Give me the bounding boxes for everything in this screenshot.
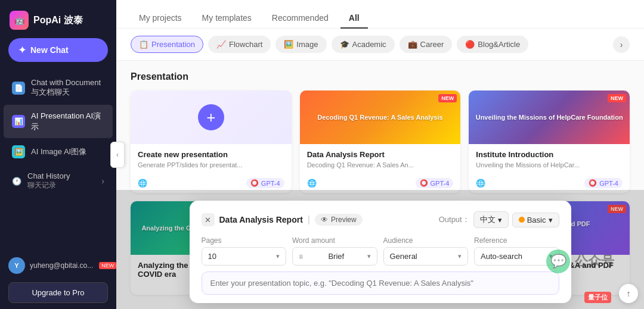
card-title-data: Data Analysis Report [307, 150, 454, 159]
image-icon: 🖼️ [12, 145, 25, 158]
sidebar-footer: Y yuheng@qbitai.co... NEW 🔵 🟢 Upgrade to… [0, 248, 116, 309]
sidebar-item-image-label: AI Image AI图像 [31, 146, 86, 157]
cat-career-label: Career [420, 40, 444, 49]
history-left: 🕐 Chat History 聊天记录 [12, 171, 70, 191]
card-data-analysis[interactable]: Decoding Q1 Revenue: A Sales Analysis NE… [300, 90, 461, 193]
modal-close-button[interactable]: ✕ [202, 213, 215, 226]
section-title: Presentation [131, 71, 630, 82]
document-icon: 📄 [12, 82, 25, 95]
pages-value: 10 [208, 252, 216, 261]
modal-panel: ✕ Data Analysis Report | 👁 Preview Outpu… [190, 201, 571, 303]
output-select[interactable]: 中文 ▾ [473, 211, 509, 228]
category-chevron-right[interactable]: › [613, 36, 630, 53]
modal-preview-button[interactable]: 👁 Preview [315, 214, 363, 226]
modal-header-right: Output： 中文 ▾ Basic ▾ [439, 211, 559, 228]
sidebar-collapse-button[interactable]: ‹ [110, 142, 125, 168]
cat-academic[interactable]: 🎓 Academic [332, 36, 395, 53]
user-email: yuheng@qbitai.co... [30, 261, 93, 270]
preview-label: Preview [331, 216, 357, 224]
pages-select[interactable]: 10 ▾ [202, 247, 287, 266]
history-label: Chat History [27, 171, 70, 180]
tab-recommended[interactable]: Recommended [264, 8, 337, 29]
globe-badge-institute: 🌐 [476, 179, 485, 188]
tab-my-projects[interactable]: My projects [131, 8, 190, 29]
card-title-institute: Institute Introduction [476, 150, 623, 159]
sidebar-item-presentation[interactable]: 📊 AI Presentation AI演示 [4, 105, 113, 138]
logo: 🤖 PopAi 波泰 [0, 0, 116, 38]
gpt-icon: ⭕ [250, 179, 259, 187]
globe-badge-data: 🌐 [307, 179, 317, 188]
audience-select[interactable]: General ▾ [383, 247, 469, 266]
category-bar: 📋 Presentation 📈 Flowchart 🖼️ Image 🎓 Ac… [116, 29, 644, 61]
cat-academic-emoji: 🎓 [340, 40, 349, 49]
reference-select[interactable]: Auto-search ▾ [474, 247, 559, 266]
topic-input[interactable] [202, 271, 559, 295]
audience-value: General [390, 252, 417, 261]
tab-my-templates[interactable]: My templates [194, 8, 260, 29]
upgrade-button[interactable]: Upgrade to Pro [8, 282, 108, 303]
output-value: 中文 [480, 214, 496, 225]
field-reference: Reference Auto-search ▾ [474, 236, 559, 266]
card-institute[interactable]: Unveiling the Missions of HelpCare Found… [469, 90, 630, 193]
globe-badge-create: 🌐 [138, 179, 147, 188]
scroll-top-button[interactable]: ↑ [619, 284, 638, 303]
output-label: Output： [439, 214, 470, 225]
card-info-create: Create new presentation Generate PPT/sli… [131, 144, 292, 174]
new-tag-institute: NEW [608, 94, 626, 102]
bottom-label: 量子位 [584, 292, 611, 303]
card-info-institute: Institute Introduction Unveiling the Mis… [469, 144, 630, 174]
basic-dot [519, 217, 525, 223]
chat-history[interactable]: 🕐 Chat History 聊天记录 › [4, 166, 113, 196]
new-chat-button[interactable]: ✦ New Chat [8, 38, 108, 62]
field-word-amount: Word amount ≡ Brief ▾ [292, 236, 377, 266]
sidebar-item-document[interactable]: 📄 Chat with Document 与文档聊天 [4, 72, 113, 104]
modal-divider: | [308, 214, 310, 225]
cat-blog[interactable]: 🔴 Blog&Article [457, 36, 528, 53]
gpt-icon-2: ⭕ [420, 179, 428, 187]
audience-label: Audience [383, 236, 469, 245]
new-badge: NEW [99, 262, 116, 269]
cat-presentation-label: Presentation [151, 40, 195, 49]
logo-icon: 🤖 [10, 11, 29, 30]
presentation-icon: 📊 [12, 115, 25, 128]
gpt-icon-3: ⭕ [589, 179, 597, 187]
globe-icon: 🌐 [138, 179, 147, 188]
globe-icon-3: 🌐 [476, 179, 485, 188]
word-amount-select[interactable]: ≡ Brief ▾ [292, 247, 377, 266]
cat-presentation-emoji: 📋 [139, 40, 148, 49]
card-create-new[interactable]: + Create new presentation Generate PPT/s… [131, 90, 292, 193]
sidebar-item-presentation-label: AI Presentation AI演示 [31, 111, 104, 132]
chevron-down-icon: ▾ [498, 216, 502, 224]
modal-fields: Pages 10 ▾ Word amount ≡ Brief ▾ [202, 236, 559, 266]
top-nav: My projects My templates Recommended All [116, 0, 644, 29]
basic-select[interactable]: Basic ▾ [512, 213, 559, 227]
cat-flowchart[interactable]: 📈 Flowchart [208, 36, 271, 53]
word-amount-value: Brief [328, 252, 344, 261]
card-desc-institute: Unveiling the Missions of HelpCar... [476, 161, 623, 170]
gpt-badge-create: ⭕GPT-4 [246, 178, 284, 188]
sidebar: 🤖 PopAi 波泰 ✦ New Chat 📄 Chat with Docume… [0, 0, 116, 309]
tab-all[interactable]: All [340, 8, 368, 29]
pages-chevron-icon: ▾ [276, 252, 280, 260]
new-chat-label: New Chat [30, 45, 69, 55]
cat-image-label: Image [296, 40, 318, 49]
reference-label: Reference [474, 236, 559, 245]
eye-icon: 👁 [321, 216, 328, 224]
gpt-badge-institute: ⭕GPT-4 [584, 178, 623, 188]
card-thumb-institute: Unveiling the Missions of HelpCare Found… [469, 90, 630, 144]
sidebar-item-document-label: Chat with Document 与文档聊天 [31, 78, 104, 98]
avatar: Y [8, 257, 25, 274]
sidebar-item-image[interactable]: 🖼️ AI Image AI图像 [4, 139, 113, 164]
audience-chevron-icon: ▾ [458, 252, 462, 260]
new-tag-data: NEW [438, 94, 457, 102]
history-icon: 🕐 [12, 177, 21, 186]
basic-label: Basic [527, 216, 546, 224]
cat-presentation[interactable]: 📋 Presentation [131, 36, 203, 53]
gpt-badge-data: ⭕GPT-4 [416, 178, 454, 188]
cat-image[interactable]: 🖼️ Image [275, 36, 326, 53]
card-desc-data: Decoding Q1 Revenue: A Sales An... [307, 161, 454, 170]
user-row: Y yuheng@qbitai.co... NEW 🔵 🟢 [8, 254, 108, 277]
cat-career[interactable]: 💼 Career [400, 36, 453, 53]
lines-icon: ≡ [299, 252, 303, 261]
modal-header-left: ✕ Data Analysis Report | 👁 Preview [202, 213, 363, 226]
